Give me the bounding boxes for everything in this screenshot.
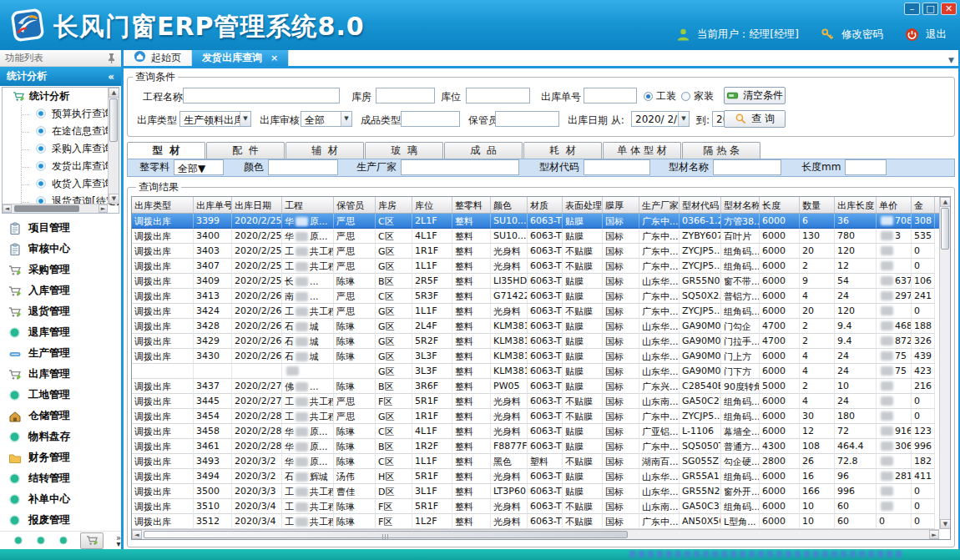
material-tab-6[interactable]: 耗 材 bbox=[523, 142, 602, 159]
table-row[interactable]: 调拨出库33992020/2/25华原...严思C区2L1F整料SU10...6… bbox=[132, 214, 950, 229]
table-row[interactable]: 调拨出库34372020/2/27佛...陈琳B区3R6F整料PW056063-… bbox=[132, 379, 950, 394]
sidebar-item-7[interactable]: 生产管理 bbox=[0, 343, 121, 364]
out-type-select[interactable]: 生产领料出库▼ bbox=[179, 111, 251, 127]
cart-button[interactable] bbox=[80, 532, 103, 549]
column-header-unit-price[interactable]: 单价 bbox=[877, 197, 912, 213]
sidebar-item-14[interactable]: 补单中心 bbox=[0, 489, 121, 510]
maker-input[interactable] bbox=[401, 159, 519, 175]
search-button[interactable]: 查 询 bbox=[724, 110, 786, 128]
sidebar-item-4[interactable]: 入库管理 bbox=[0, 280, 121, 301]
warehouse-input[interactable] bbox=[376, 88, 435, 103]
tree-item-5[interactable]: 收货入库查询 bbox=[3, 175, 119, 193]
material-tab-4[interactable]: 玻 璃 bbox=[365, 142, 443, 159]
tree-vertical-scrollbar[interactable]: ▲ ▼ bbox=[108, 88, 119, 204]
chevron-down-icon[interactable]: ▼ bbox=[198, 163, 205, 174]
tree-item-1[interactable]: 预算执行查询 bbox=[3, 105, 119, 123]
table-row[interactable]: 调拨出库34072020/2/25工共工程严思G区1L1F整料光身料6063-T… bbox=[132, 259, 950, 274]
industrial-radio[interactable]: 工装 bbox=[644, 89, 676, 103]
scroll-left-icon[interactable]: ◄ bbox=[132, 530, 142, 539]
date-from-select[interactable]: 2020/ 2/16▼ bbox=[631, 111, 690, 127]
sidebar-item-2[interactable]: 审核中心 bbox=[0, 239, 121, 260]
column-header-project[interactable]: 工程 bbox=[282, 197, 334, 213]
collapse-icon[interactable]: « bbox=[108, 71, 114, 83]
column-header-maker[interactable]: 生产厂家 bbox=[639, 197, 680, 213]
whole-part-select[interactable]: 全部▼ bbox=[174, 159, 224, 175]
tree-horizontal-scrollbar[interactable]: ◄ ► bbox=[3, 204, 108, 213]
scroll-left-icon[interactable]: ◄ bbox=[3, 204, 12, 213]
column-header-profile-code[interactable]: 型材代码 bbox=[680, 197, 721, 213]
project-name-input[interactable] bbox=[183, 88, 340, 103]
sidebar-item-11[interactable]: 物料盘存 bbox=[0, 426, 121, 447]
table-row[interactable]: 调拨出库35002020/3/3工共工程曹佳D区3L1F整料LT3P606063… bbox=[132, 484, 950, 499]
grid-horizontal-scrollbar[interactable]: ◄ ► bbox=[132, 529, 939, 539]
color-input[interactable] bbox=[268, 159, 338, 175]
tree-hscroll-thumb[interactable] bbox=[14, 205, 79, 212]
minimize-button[interactable]: – bbox=[904, 3, 920, 15]
table-row[interactable]: 调拨出库34542020/2/28工共工程严思G区1R1F整料光身料6063-T… bbox=[132, 409, 950, 424]
sidebar-item-8[interactable]: 出库管理 bbox=[0, 364, 121, 385]
scroll-up-icon[interactable]: ▲ bbox=[940, 197, 951, 207]
change-password-link[interactable]: 修改密码 bbox=[841, 28, 883, 42]
grid-vertical-scrollbar[interactable]: ▲ ▼ bbox=[939, 197, 950, 529]
profile-name-input[interactable] bbox=[713, 159, 781, 175]
material-tab-3[interactable]: 辅 材 bbox=[285, 142, 364, 159]
tree-root-item[interactable]: 统计分析 bbox=[3, 88, 119, 105]
material-tab-8[interactable]: 隔 热 条 bbox=[682, 142, 760, 159]
column-header-profile-name[interactable]: 型材名称 bbox=[721, 197, 760, 213]
column-header-material[interactable]: 材质 bbox=[528, 197, 563, 213]
tree-item-2[interactable]: 在途信息查询[待 bbox=[3, 123, 119, 140]
column-header-surface[interactable]: 表面处理 bbox=[563, 197, 603, 213]
column-header-keeper[interactable]: 保管员 bbox=[334, 197, 376, 213]
table-row[interactable]: 调拨出库35122020/3/4工共工程陈琳F区1L2F整料光身料6063-T5… bbox=[132, 514, 950, 529]
table-row[interactable]: 调拨出库34582020/2/28华原...陈琳C区4L1F整料光身料6063-… bbox=[132, 424, 950, 439]
chevron-down-icon[interactable]: ▼ bbox=[341, 112, 351, 126]
sidebar-item-3[interactable]: 采购管理 bbox=[0, 260, 121, 280]
sidebar-item-12[interactable]: 财务管理 bbox=[0, 447, 121, 468]
sidebar-item-10[interactable]: 仓储管理 bbox=[0, 406, 121, 426]
table-row[interactable]: 调拨出库34452020/2/27工共工程严思F区5R1F整料光身料6063-T… bbox=[132, 394, 950, 409]
sidebar-more-button[interactable]: »▾ bbox=[116, 535, 121, 547]
home-radio[interactable]: 家装 bbox=[681, 89, 714, 103]
grid-vscroll-thumb[interactable] bbox=[941, 208, 949, 250]
tree-item-4[interactable]: 发货出库查询 bbox=[3, 158, 119, 175]
sidebar-item-6[interactable]: 退库管理 bbox=[0, 322, 121, 343]
close-button[interactable]: ✕ bbox=[941, 3, 957, 15]
scroll-down-icon[interactable]: ▼ bbox=[940, 519, 951, 529]
column-header-qty[interactable]: 数量 bbox=[800, 197, 835, 213]
sidebar-item-1[interactable]: 项目管理 bbox=[0, 218, 121, 239]
material-tab-5[interactable]: 成 品 bbox=[444, 142, 523, 159]
table-row[interactable]: G区3L3F整料KLM38176063-T5贴膜国标山东华...GA90M09.… bbox=[132, 364, 950, 379]
column-header-out-date[interactable]: 出库日期 bbox=[232, 197, 282, 213]
column-header-out-type[interactable]: 出库类型 bbox=[132, 197, 194, 213]
maximize-button[interactable]: □ bbox=[922, 3, 938, 15]
table-row[interactable]: 调拨出库34242020/2/26工共工程严思G区1L1F整料光身料6063-T… bbox=[132, 304, 950, 319]
keeper-input[interactable] bbox=[495, 111, 559, 127]
chevron-down-icon[interactable]: ▼ bbox=[678, 112, 689, 126]
circle-icon[interactable] bbox=[58, 535, 68, 546]
table-row[interactable]: 调拨出库34302020/2/26石城陈琳G区3L3F整料KLM38176063… bbox=[132, 349, 950, 364]
profile-code-input[interactable] bbox=[584, 159, 650, 175]
column-header-color[interactable]: 颜色 bbox=[491, 197, 528, 213]
column-header-film[interactable]: 膜厚 bbox=[603, 197, 639, 213]
sidebar-item-5[interactable]: 退货管理 bbox=[0, 301, 121, 322]
scroll-right-icon[interactable]: ► bbox=[99, 204, 108, 213]
tab-close-icon[interactable]: × bbox=[270, 53, 278, 63]
grid-hscroll-thumb[interactable] bbox=[144, 531, 628, 538]
table-row[interactable]: 调拨出库34612020/2/28华原...陈琳B区1R2F整料F8877FT6… bbox=[132, 439, 950, 454]
radio-checked-icon[interactable] bbox=[644, 92, 653, 101]
location-input[interactable] bbox=[466, 88, 530, 103]
tab-2[interactable]: 发货出库查询× bbox=[192, 50, 289, 66]
audit-select[interactable]: 全部▼ bbox=[301, 111, 352, 127]
chevron-down-icon[interactable]: ▼ bbox=[240, 112, 250, 126]
table-row[interactable]: 调拨出库34282020/2/26石城陈琳G区2L4F整料KLM38176063… bbox=[132, 319, 950, 334]
column-header-location[interactable]: 库位 bbox=[412, 197, 452, 213]
table-row[interactable]: 调拨出库34932020/3/2华原...陈琳C区1L1F整料黑色塑料不贴膜国标… bbox=[132, 454, 950, 469]
tree-vscroll-thumb[interactable] bbox=[109, 98, 118, 142]
table-row[interactable]: 调拨出库34132020/2/26南...严思C区5R3F整料G71422606… bbox=[132, 289, 950, 304]
pin-icon[interactable] bbox=[107, 53, 116, 63]
column-header-amount[interactable]: 金 bbox=[912, 197, 935, 213]
radio-unchecked-icon[interactable] bbox=[681, 92, 690, 101]
sidebar-item-9[interactable]: 工地管理 bbox=[0, 385, 121, 406]
scroll-right-icon[interactable]: ► bbox=[929, 530, 939, 539]
material-tab-7[interactable]: 单 体 型 材 bbox=[603, 142, 681, 159]
